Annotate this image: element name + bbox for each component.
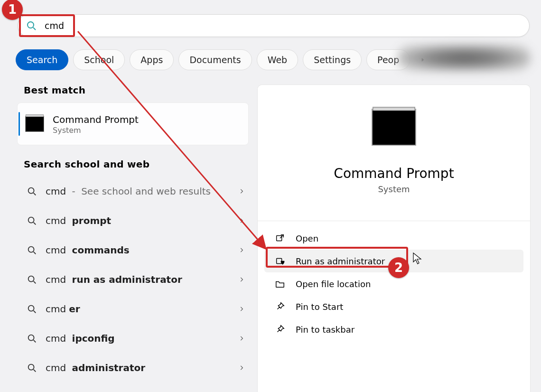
- best-match-subtitle: System: [53, 126, 139, 135]
- svg-rect-16: [277, 236, 282, 241]
- svg-point-0: [28, 22, 34, 28]
- search-bar[interactable]: cmd: [18, 14, 530, 37]
- results-left: Best match Command Prompt System Search …: [0, 84, 256, 392]
- chevron-right-icon: [238, 306, 245, 312]
- svg-line-9: [34, 281, 36, 284]
- suggestion-text: cmd commands: [46, 244, 238, 256]
- best-match-label: Best match: [24, 84, 256, 96]
- svg-point-12: [28, 335, 34, 341]
- suggestion-item[interactable]: cmd ipconfig: [17, 324, 249, 353]
- suggestion-item[interactable]: cmd prompt: [17, 206, 249, 235]
- suggestion-item[interactable]: cmd commands: [17, 235, 249, 265]
- preview-subtitle: System: [258, 184, 530, 194]
- search-web-label: Search school and web: [24, 159, 256, 170]
- action-label: Pin to Start: [296, 302, 343, 312]
- filter-pill-web[interactable]: Web: [257, 49, 298, 70]
- search-icon: [26, 20, 37, 31]
- chevron-right-icon: [238, 217, 245, 224]
- chevron-right-icon: [238, 364, 245, 371]
- search-text: cmd: [45, 20, 64, 31]
- shield-admin-icon: [275, 256, 285, 266]
- action-label: Open file location: [296, 279, 371, 289]
- filter-pill-apps[interactable]: Apps: [130, 49, 174, 70]
- svg-point-2: [28, 188, 34, 194]
- pin-icon: [275, 324, 285, 335]
- action-pin-to-start[interactable]: Pin to Start: [264, 295, 523, 318]
- svg-line-15: [34, 370, 36, 372]
- search-icon: [27, 274, 37, 285]
- chevron-right-icon: [238, 276, 245, 283]
- search-icon: [27, 215, 37, 226]
- svg-point-10: [28, 306, 34, 311]
- action-label: Open: [296, 233, 318, 243]
- svg-line-11: [34, 311, 36, 313]
- chevron-right-icon: [238, 335, 245, 342]
- suggestion-text: cmder: [46, 303, 238, 315]
- suggestion-item[interactable]: cmd run as administrator: [17, 265, 249, 294]
- annotation-marker-1: 1: [2, 0, 23, 20]
- suggestion-text: cmd - See school and web results: [46, 186, 238, 197]
- action-list: Open Run as administrator Open file loca…: [258, 221, 530, 341]
- best-match-text: Command Prompt System: [53, 113, 139, 135]
- search-icon: [27, 363, 37, 373]
- command-prompt-icon: [372, 109, 416, 146]
- suggestion-item[interactable]: cmd administrator: [17, 353, 249, 383]
- filter-pill-settings[interactable]: Settings: [303, 49, 362, 70]
- filter-pill-school[interactable]: School: [73, 49, 125, 70]
- action-run-as-administrator[interactable]: Run as administrator: [264, 250, 523, 272]
- command-prompt-icon: [25, 116, 44, 132]
- action-open[interactable]: Open: [264, 227, 523, 250]
- open-external-icon: [275, 233, 285, 243]
- search-icon: [27, 245, 37, 255]
- svg-point-14: [28, 364, 34, 370]
- svg-line-5: [34, 223, 36, 225]
- action-pin-to-taskbar[interactable]: Pin to taskbar: [264, 318, 523, 341]
- search-icon: [27, 186, 37, 196]
- chevron-right-icon: [238, 247, 245, 253]
- suggestion-text: cmd prompt: [46, 215, 238, 226]
- preview-icon-wrap: [258, 109, 530, 146]
- preview-pane: Command Prompt System Open Run as admini…: [257, 84, 531, 392]
- suggestion-item[interactable]: cmd - See school and web results: [17, 177, 249, 206]
- filter-pill-documents[interactable]: Documents: [178, 49, 252, 70]
- chevron-right-icon: [238, 188, 245, 195]
- search-icon: [27, 333, 37, 344]
- suggestion-text: cmd ipconfig: [46, 333, 238, 344]
- suggestion-list: cmd - See school and web results cmd pro…: [17, 177, 256, 383]
- suggestion-text: cmd administrator: [46, 362, 238, 373]
- folder-icon: [275, 279, 285, 289]
- filter-pill-search[interactable]: Search: [16, 49, 68, 70]
- svg-line-13: [34, 340, 36, 343]
- svg-point-8: [28, 276, 34, 282]
- svg-point-4: [28, 217, 34, 223]
- suggestion-text: cmd run as administrator: [46, 274, 238, 285]
- search-icon: [27, 304, 37, 314]
- preview-title: Command Prompt: [258, 166, 530, 181]
- svg-point-6: [28, 247, 34, 252]
- best-match-title: Command Prompt: [53, 113, 139, 126]
- best-match-item[interactable]: Command Prompt System: [17, 103, 249, 145]
- action-label: Pin to taskbar: [296, 325, 354, 335]
- svg-line-7: [34, 252, 36, 254]
- svg-line-3: [34, 193, 36, 196]
- pin-icon: [275, 301, 285, 312]
- suggestion-item[interactable]: cmder: [17, 294, 249, 324]
- account-area-blurred: [398, 45, 531, 71]
- svg-line-1: [33, 28, 36, 30]
- action-open-file-location[interactable]: Open file location: [264, 272, 523, 295]
- action-label: Run as administrator: [296, 256, 385, 266]
